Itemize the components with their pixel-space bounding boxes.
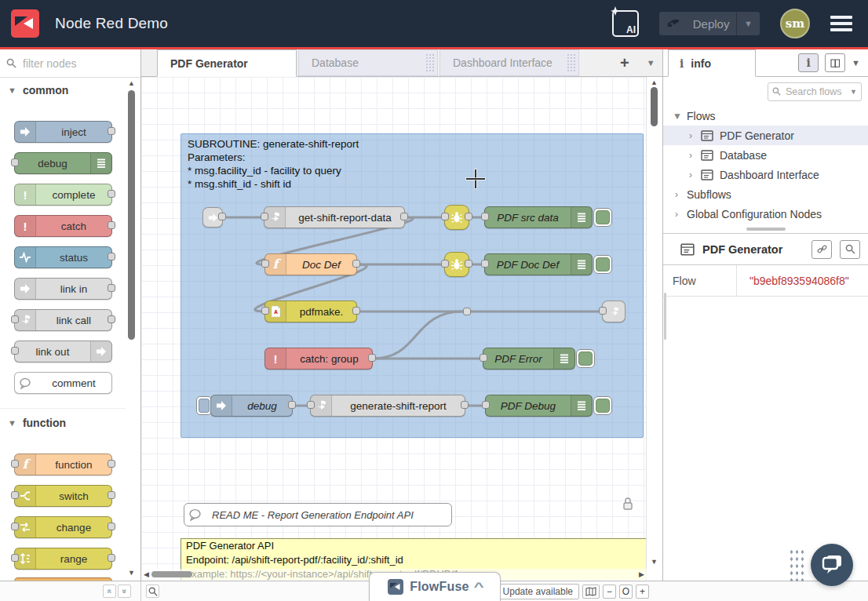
add-tab-button[interactable]: + [620,54,629,72]
port[interactable] [441,260,449,268]
port[interactable] [261,260,269,268]
palette-node-comment[interactable]: comment [14,372,112,394]
search-flows-input[interactable] [784,86,845,98]
port[interactable] [261,307,269,315]
port[interactable] [400,213,408,220]
debug-toggle-button[interactable] [593,255,612,274]
port[interactable] [352,307,360,315]
deploy-button[interactable]: Deploy ▼ [659,12,760,35]
sidebar-scrollbar-thumb[interactable] [664,293,666,340]
port[interactable] [288,401,296,409]
main-menu-icon[interactable] [830,16,852,31]
port[interactable] [108,253,115,260]
palette-node-link-in[interactable]: link in [14,278,112,300]
filter-nodes-input[interactable] [21,56,126,71]
port[interactable] [108,315,115,323]
palette-node-link-out[interactable]: link out [14,341,112,362]
node-pdf-doc-def[interactable]: PDF Doc Def [484,253,593,275]
zoom-in-button[interactable]: + [636,585,649,599]
group-subroutine[interactable]: SUBROUTINE: generate-shift-report Parame… [181,133,644,438]
node-debug-bug-2[interactable] [444,252,469,277]
deploy-caret-icon[interactable]: ▼ [737,19,760,28]
port[interactable] [108,190,115,198]
port[interactable] [599,307,607,315]
workspace[interactable]: SUBROUTINE: generate-shift-report Parame… [141,77,662,580]
node-doc-def[interactable]: f Doc Def [264,253,357,275]
category-common[interactable]: ▼ common [8,84,68,97]
node-debug-bug-1[interactable] [444,205,469,230]
palette-scrollbar[interactable]: ▲ ▼ [126,78,137,581]
palette-node-change[interactable]: change [14,516,112,538]
port[interactable] [108,460,115,468]
zoom-out-button[interactable]: − [603,585,616,599]
scrollbar-thumb[interactable] [151,571,192,577]
widget-drag-dots-icon[interactable] [789,548,804,581]
tab-info[interactable]: i info [668,49,756,77]
port[interactable] [482,401,490,409]
flow-search-box[interactable]: ▼ [768,82,862,101]
scroll-right-icon[interactable]: ▶ [636,570,647,578]
node-pdfmake[interactable]: pdfmake. [264,300,357,322]
port[interactable] [465,213,472,220]
palette-node-range[interactable]: range [14,548,112,570]
palette-node-debug[interactable]: debug [14,152,112,174]
port[interactable] [368,354,376,362]
debug-toggle-button[interactable] [593,208,612,227]
scroll-left-icon[interactable]: ◀ [141,570,151,578]
ai-assistant-button[interactable]: AI [612,10,639,37]
node-link-out[interactable] [602,300,625,322]
info-tab-button[interactable]: i [798,53,819,72]
debug-toggle-button[interactable] [576,349,595,368]
port[interactable] [481,213,489,220]
node-link-in[interactable] [202,207,223,228]
port[interactable] [11,460,19,468]
palette-node-status[interactable]: status [14,246,112,268]
node-inject-debug[interactable]: debug [210,395,293,417]
port[interactable] [11,554,19,562]
tree-item-dashboard-interface[interactable]: › Dashboard Interface [663,165,868,184]
port[interactable] [461,401,469,409]
port[interactable] [11,315,19,323]
search-node-button[interactable] [840,240,860,259]
port[interactable] [108,221,115,229]
node-comment-readme[interactable]: READ ME - Report Generation Endpoint API [184,503,452,526]
port[interactable] [11,491,19,499]
canvas-vertical-scrollbar[interactable]: ▲ ▼ [646,77,662,580]
port[interactable] [441,213,449,220]
link-chain-button[interactable] [811,240,832,259]
port[interactable] [465,260,472,268]
navigator-map-button[interactable] [582,585,600,599]
node-pdf-error[interactable]: PDF Error [483,348,575,370]
port[interactable] [11,158,19,166]
node-generate-shift-report[interactable]: generate-shift-report [310,395,465,417]
port[interactable] [11,347,19,355]
port[interactable] [261,213,268,220]
tab-database[interactable]: Database [298,49,438,76]
scroll-up-icon[interactable]: ▲ [128,79,135,87]
palette-node-complete[interactable]: ! complete [14,184,112,206]
scrollbar-thumb[interactable] [651,87,658,126]
port[interactable] [11,523,19,530]
avatar[interactable]: sm [780,9,810,38]
palette-node-switch[interactable]: switch [14,485,112,507]
flowfuse-button[interactable]: FlowFuse ^ [369,572,501,601]
scroll-down-icon[interactable]: ▼ [651,558,658,566]
zoom-reset-button[interactable]: O [619,585,633,599]
scroll-down-icon[interactable]: ▼ [128,569,135,577]
help-book-button[interactable] [825,53,845,72]
port[interactable] [480,354,487,362]
palette-node-inject[interactable]: inject [14,121,112,143]
port[interactable] [108,554,115,562]
palette-node-function[interactable]: f function [14,453,112,475]
port[interactable] [108,127,115,135]
port[interactable] [108,523,115,530]
tree-item-flows[interactable]: ▼ Flows [663,106,868,126]
port[interactable] [108,491,115,499]
tree-item-pdf-generator[interactable]: › PDF Generator [663,126,868,145]
tab-list-caret-icon[interactable]: ▼ [647,58,655,67]
category-function[interactable]: ▼ function [8,417,66,429]
junction[interactable] [463,308,471,315]
node-get-shift-report-data[interactable]: get-shift-report-data [264,206,405,228]
scrollbar-thumb[interactable] [128,90,135,340]
chat-widget-button[interactable] [811,544,853,586]
